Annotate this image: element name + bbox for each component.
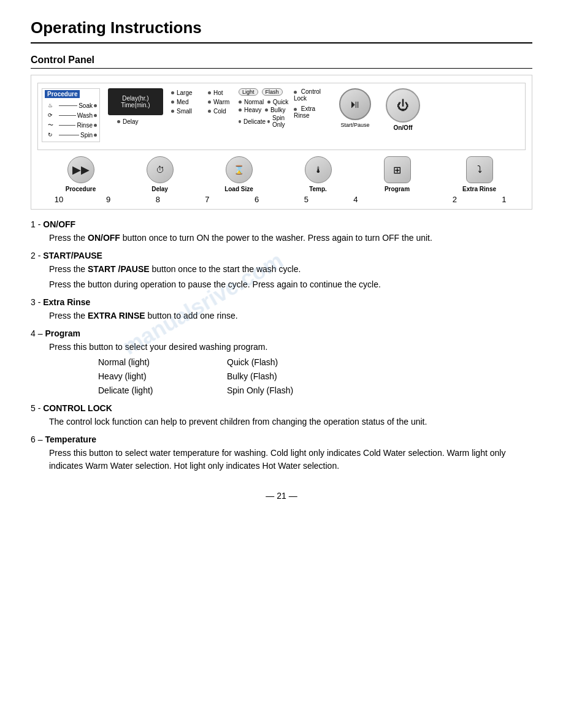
extrarinse-btn-square[interactable]: ⤵ [466,156,493,183]
num-10: 10 [44,195,74,204]
diag-btn-procedure[interactable]: ▶▶ Procedure [59,156,102,192]
prog-spinonly: Spin Only (Flash) [227,384,350,397]
diag-btn-program[interactable]: ⊞ Program [376,156,419,192]
extra-rinse-panel-label: Extra Rinse [294,105,315,119]
start-pause-section: ⏯ Start/Pause [331,88,380,128]
num-6: 6 [242,195,272,204]
delay-label: Delay [123,118,139,125]
proc-spin: ↻ Spin [45,131,97,139]
rinse-label: Rinse [77,122,93,129]
item-2: 2 - START/PAUSE Press the START /PAUSE b… [31,251,532,291]
item-5: 5 - CONTROL LOCK The control lock functi… [31,403,532,428]
cold-label: Cold [213,108,226,115]
item-4-header: 4 – Program [31,328,532,338]
program-table: Normal (light) Quick (Flash) Heavy (ligh… [98,356,532,397]
item-3-label: Extra Rinse [43,297,90,307]
num-2: 2 [439,195,470,204]
control-panel-diagram: Procedure ♨ Soak ⟳ Wash 〜 Rinse [31,75,532,210]
diag-btn-extrarinse[interactable]: ⤵ Extra Rinse [455,156,504,192]
item-4-para-1: Press this button to select your desired… [49,341,532,354]
diagram-numbers: 10 9 8 7 6 5 4 2 1 [37,192,526,204]
loadsize-btn-circle[interactable]: ⌛ [226,156,253,183]
item-2-header: 2 - START/PAUSE [31,251,532,260]
item-2-body: Press the START /PAUSE button once to th… [49,263,532,291]
page-number: — 21 — [266,491,297,501]
section-title: Control Panel [31,55,532,69]
num-5: 5 [291,195,321,204]
diagram-buttons-row: ▶▶ Procedure ⏱ Delay ⌛ Load Size 🌡 Temp.… [37,156,526,192]
num-8: 8 [142,195,173,204]
item-1-header: 1 - ON/OFF [31,219,532,229]
light-badge: Light [239,88,258,96]
prog-normal: Normal (light) [98,356,221,369]
item-4-body: Press this button to select your desired… [49,341,532,397]
small-label: Small [177,108,192,115]
display-line1: Delay(hr.) [122,95,148,102]
item-6: 6 – Temperature Press this button to sel… [31,434,532,472]
diag-btn-loadsize[interactable]: ⌛ Load Size [218,156,261,192]
item-3: 3 - Extra Rinse Press the EXTRA RINSE bu… [31,297,532,322]
temp-section: Hot Warm Cold [208,88,239,116]
item-5-para-1: The control lock function can help to pr… [49,415,532,428]
item-2-label: START/PAUSE [43,251,102,260]
spin-icon: ↻ [45,131,56,139]
large-label: Large [177,89,193,96]
start-pause-label: Start/Pause [340,122,369,128]
program-btn-square[interactable]: ⊞ [384,156,411,183]
num-space [390,195,421,204]
delay-btn-label: Delay [151,186,168,192]
temp-btn-label: Temp. [309,186,327,192]
item-6-body: Press this button to select water temper… [49,447,532,472]
delay-btn-circle[interactable]: ⏱ [147,156,174,183]
item-3-para-1: Press the EXTRA RINSE button to add one … [49,309,532,322]
page-title: Operating Instructions [31,18,532,44]
soak-icon: ♨ [45,101,56,110]
warm-label: Warm [213,99,229,105]
temp-btn-circle[interactable]: 🌡 [305,156,332,183]
start-pause-button[interactable]: ⏯ [339,88,371,120]
item-5-label: CONTROL LOCK [43,403,112,413]
item-1-label: ON/OFF [43,219,75,229]
diag-btn-delay[interactable]: ⏱ Delay [139,156,182,192]
light-flash-section: Light Flash Normal Quick Heavy Bulky Del… [239,88,294,129]
procedure-section: Procedure ♨ Soak ⟳ Wash 〜 Rinse [42,88,100,142]
wash-icon: ⟳ [45,111,56,119]
num-4: 4 [340,195,371,204]
item-6-header: 6 – Temperature [31,434,532,444]
prog-bulky: Bulky (Flash) [227,370,350,383]
item-1-para-1: Press the ON/OFF button once to turn ON … [49,232,532,245]
item-5-body: The control lock function can help to pr… [49,415,532,428]
num-1: 1 [489,195,519,204]
onoff-button[interactable]: ⏻ [386,88,420,123]
procedure-btn-circle[interactable]: ▶▶ [67,156,94,183]
lf-row-1: Normal Quick [239,99,294,105]
display-section: Delay(hr.) Time(min.) Delay [105,88,166,126]
procedure-btn-label: Procedure [66,186,96,192]
lf-row-3: Delicate Spin Only [239,115,294,128]
display-line2: Time(min.) [121,102,150,108]
delay-section: Delay [117,117,154,126]
item-3-header: 3 - Extra Rinse [31,297,532,307]
num-7: 7 [192,195,223,204]
diag-btn-temp[interactable]: 🌡 Temp. [297,156,340,192]
control-lock-label: Control Lock [294,88,321,102]
program-btn-label: Program [385,186,410,192]
rinse-icon: 〜 [45,121,56,129]
control-lock-section: Control Lock Extra Rinse [294,88,331,119]
onoff-section: ⏻ On/Off [380,88,426,131]
hot-label: Hot [213,89,223,96]
wash-label: Wash [77,112,93,119]
item-6-label: Temperature [45,434,96,444]
med-label: Med [177,99,188,105]
onoff-label: On/Off [393,124,412,131]
num-9: 9 [93,195,124,204]
prog-delicate: Delicate (light) [98,384,221,397]
spin-label: Spin [80,132,93,138]
proc-rinse: 〜 Rinse [45,121,97,129]
item-2-para-1: Press the START /PAUSE button once to th… [49,263,532,276]
extrarinse-btn-label: Extra Rinse [462,186,496,192]
proc-soak: ♨ Soak [45,101,97,110]
item-5-header: 5 - CONTROL LOCK [31,403,532,413]
prog-quick: Quick (Flash) [227,356,350,369]
load-size-section: Large Med Small [171,88,208,116]
